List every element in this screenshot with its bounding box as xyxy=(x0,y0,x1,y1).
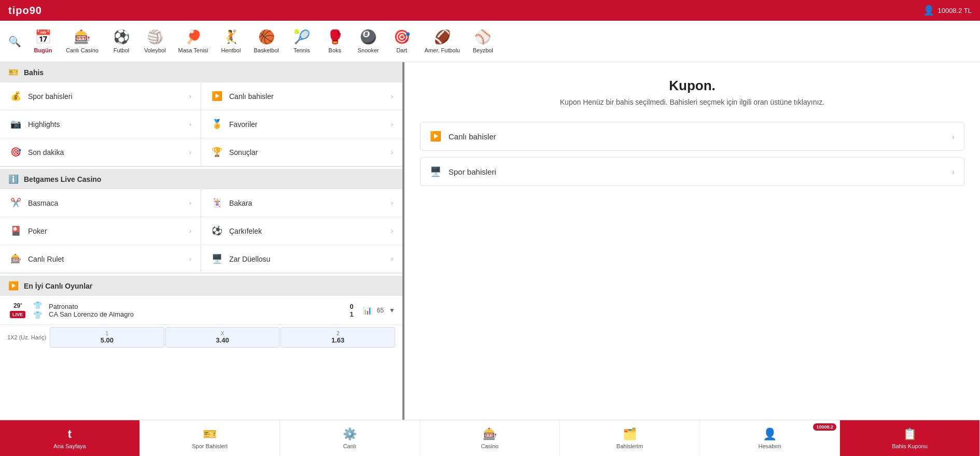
nav-item-voleybol[interactable]: 🏐 Voleybol xyxy=(139,26,171,56)
nav-item-futbol[interactable]: ⚽ Futbol xyxy=(106,26,137,56)
away-score: 1 xyxy=(350,310,354,318)
bottom-nav-casino[interactable]: 🎰 Casino xyxy=(420,420,560,456)
nav-item-tennis[interactable]: 🎾 Tennis xyxy=(286,26,317,56)
menu-item-carkifelek[interactable]: ⚽ Çarkıfelek › xyxy=(201,217,402,245)
bottom-nav-bahislerim[interactable]: 🗂️ Bahislerim xyxy=(560,420,700,456)
user-info: 👤 10008.2 TL xyxy=(923,5,972,16)
menu-label-sonuclar: Sonuçlar xyxy=(229,148,258,156)
en-iyi-title: En İyi Canlı Oyunlar xyxy=(24,282,92,290)
nav-item-snooker[interactable]: 🎱 Snooker xyxy=(353,26,384,56)
kupon-link-icon-spor: 🖥️ xyxy=(430,166,441,177)
game-time: 29' xyxy=(13,302,22,309)
highlights-icon: 📷 xyxy=(9,119,22,130)
bottom-label-bahislerim: Bahislerim xyxy=(617,443,643,449)
hesabim-bottom-icon: 👤 xyxy=(763,428,777,441)
nav-item-canli-casino[interactable]: 🎰 Canlı Casino xyxy=(61,26,104,56)
betgames-section-header: ℹ️ Betgames Live Casino xyxy=(0,169,402,189)
menu-label-highlights: Highlights xyxy=(28,120,60,129)
odd-value-1: 5.00 xyxy=(52,336,162,344)
logo: tipo90 xyxy=(8,5,42,17)
chevron-icon: › xyxy=(391,149,393,156)
menu-item-basmaca[interactable]: ✂️ Basmaca › xyxy=(0,189,201,217)
hentbol-icon: 🤾 xyxy=(222,29,239,45)
bottom-nav-ana-sayfa[interactable]: t Ana Sayfaya xyxy=(0,420,140,456)
chevron-icon: › xyxy=(391,121,393,128)
menu-item-favoriler[interactable]: 🏅 Favoriler › xyxy=(201,110,402,138)
chevron-icon: › xyxy=(189,255,191,263)
bahis-section-header: 🎫 Bahis xyxy=(0,62,402,82)
odd-btn-x[interactable]: X 3.40 xyxy=(165,327,280,348)
left-panel: 🎫 Bahis 💰 Spor bahisleri › ▶️ Canlı bahi… xyxy=(0,62,404,420)
menu-item-canli-rulet[interactable]: 🎰 Canlı Rulet › xyxy=(0,245,201,273)
nav-item-basketbol[interactable]: 🏀 Basketbol xyxy=(248,26,284,56)
live-badge: LIVE xyxy=(10,311,25,318)
chevron-icon: › xyxy=(189,93,191,100)
search-icon[interactable]: 🔍 xyxy=(4,31,25,52)
nav-item-masa-tenisi[interactable]: 🏓 Masa Tenisi xyxy=(173,26,214,56)
kupon-title: Kupon. xyxy=(415,78,970,94)
nav-label-snooker: Snooker xyxy=(358,47,379,53)
bottom-label-hesabim: Hesabım xyxy=(758,443,781,449)
chevron-icon: › xyxy=(391,255,393,263)
menu-item-zar-duellosu[interactable]: 🖥️ Zar Düellosu › xyxy=(201,245,402,273)
nav-label-canli-casino: Canlı Casino xyxy=(66,47,99,53)
bottom-label-canli: Canlı xyxy=(343,443,357,449)
bottom-nav-spor-bahisleri[interactable]: 🎫 Spor Bahisleri xyxy=(140,420,280,456)
team-info: Patronato CA San Lorenzo de Almagro xyxy=(49,303,345,318)
nav-item-beyzbol[interactable]: ⚾ Beyzbol xyxy=(467,26,498,56)
away-team: CA San Lorenzo de Almagro xyxy=(49,310,345,318)
bottom-nav-hesabim[interactable]: 👤 Hesabım 10008.2 xyxy=(700,420,840,456)
menu-item-son-dakika[interactable]: 🎯 Son dakika › xyxy=(0,138,201,166)
nav-bar: 🔍 📅 Bugün 🎰 Canlı Casino ⚽ Futbol 🏐 Vole… xyxy=(0,21,980,62)
bakara-icon: 🃏 xyxy=(211,197,223,208)
nav-item-hentbol[interactable]: 🤾 Hentbol xyxy=(215,26,246,56)
bottom-nav-canli[interactable]: ⚙️ Canlı xyxy=(280,420,420,456)
live-game-row: 29' LIVE 👕 👕 Patronato CA San Lorenzo de… xyxy=(0,296,402,325)
chevron-icon: › xyxy=(391,200,393,207)
balance: 10008.2 TL xyxy=(937,7,972,15)
menu-item-canli-bahisler[interactable]: ▶️ Canlı bahisler › xyxy=(201,82,402,110)
nav-item-dart[interactable]: 🎯 Dart xyxy=(386,26,417,56)
kupon-link-label-canli: Canlı bahisler xyxy=(449,132,496,141)
dart-icon: 🎯 xyxy=(394,29,410,45)
nav-item-boks[interactable]: 🥊 Boks xyxy=(319,26,351,56)
kupon-link-spor-bahisleri[interactable]: 🖥️ Spor bahisleri › xyxy=(420,157,964,186)
chevron-icon: › xyxy=(189,200,191,207)
amer-futbolu-icon: 🏈 xyxy=(434,29,451,45)
menu-item-spor-bahisleri[interactable]: 💰 Spor bahisleri › xyxy=(0,82,201,110)
boks-icon: 🥊 xyxy=(327,29,343,45)
bugun-icon: 📅 xyxy=(35,29,51,45)
shirt-away-icon: 👕 xyxy=(33,311,42,319)
nav-item-bugun[interactable]: 📅 Bugün xyxy=(27,26,59,56)
score-col: 0 1 xyxy=(350,303,354,318)
bahislerim-bottom-icon: 🗂️ xyxy=(623,428,637,441)
bottom-label-spor-bahisleri: Spor Bahisleri xyxy=(192,443,227,449)
betgames-title: Betgames Live Casino xyxy=(24,175,101,183)
dropdown-icon[interactable]: ▼ xyxy=(389,307,395,314)
spor-bahisleri-bottom-icon: 🎫 xyxy=(203,428,217,441)
odd-btn-2[interactable]: 2 1.63 xyxy=(281,327,395,348)
menu-item-highlights[interactable]: 📷 Highlights › xyxy=(0,110,201,138)
carkifelek-icon: ⚽ xyxy=(211,225,223,236)
menu-item-bakara[interactable]: 🃏 Bakara › xyxy=(201,189,402,217)
menu-item-sonuclar[interactable]: 🏆 Sonuçlar › xyxy=(201,138,402,166)
nav-label-voleybol: Voleybol xyxy=(144,47,166,53)
right-panel: Kupon. Kupon Henüz bir bahis seçilmedi. … xyxy=(404,62,980,420)
odd-value-x: 3.40 xyxy=(168,336,277,344)
bottom-label-ana-sayfa: Ana Sayfaya xyxy=(53,443,86,449)
menu-label-canli-rulet: Canlı Rulet xyxy=(28,255,64,263)
stats-icon[interactable]: 📊 xyxy=(363,306,372,315)
menu-label-bakara: Bakara xyxy=(229,199,252,207)
menu-item-poker[interactable]: 🎴 Poker › xyxy=(0,217,201,245)
kupon-link-canli-bahisler[interactable]: ▶️ Canlı bahisler › xyxy=(420,122,964,151)
nav-label-basketbol: Basketbol xyxy=(254,47,278,53)
odds-label: 1X2 (Uz. Hariç) xyxy=(7,327,49,348)
canli-rulet-icon: 🎰 xyxy=(9,253,22,264)
chevron-icon: › xyxy=(391,227,393,235)
nav-label-boks: Boks xyxy=(329,47,341,53)
odd-btn-1[interactable]: 1 5.00 xyxy=(50,327,164,348)
en-iyi-icon: ▶️ xyxy=(8,281,19,291)
basmaca-icon: ✂️ xyxy=(9,197,22,208)
nav-item-amer-futbolu[interactable]: 🏈 Amer. Futbolu xyxy=(419,26,465,56)
bottom-nav-bahis-kuponu[interactable]: 📋 Bahis Kuponu xyxy=(840,420,980,456)
